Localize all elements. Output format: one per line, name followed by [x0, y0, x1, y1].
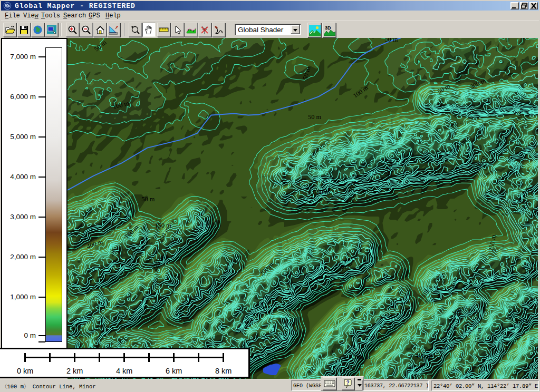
- svg-text:50 m: 50 m: [384, 38, 398, 43]
- svg-text:50 m: 50 m: [308, 113, 322, 121]
- svg-text:50 m: 50 m: [141, 195, 155, 203]
- svg-text:400: 400: [534, 93, 538, 100]
- svg-text:200 m: 200 m: [514, 317, 531, 325]
- svg-text:3D: 3D: [325, 25, 331, 31]
- svg-text:100 m: 100 m: [353, 353, 370, 360]
- svg-text:?: ?: [346, 380, 350, 386]
- svg-text:500 m: 500 m: [313, 189, 330, 196]
- svg-text:400 m: 400 m: [415, 352, 432, 359]
- svg-text:300 m: 300 m: [438, 345, 455, 352]
